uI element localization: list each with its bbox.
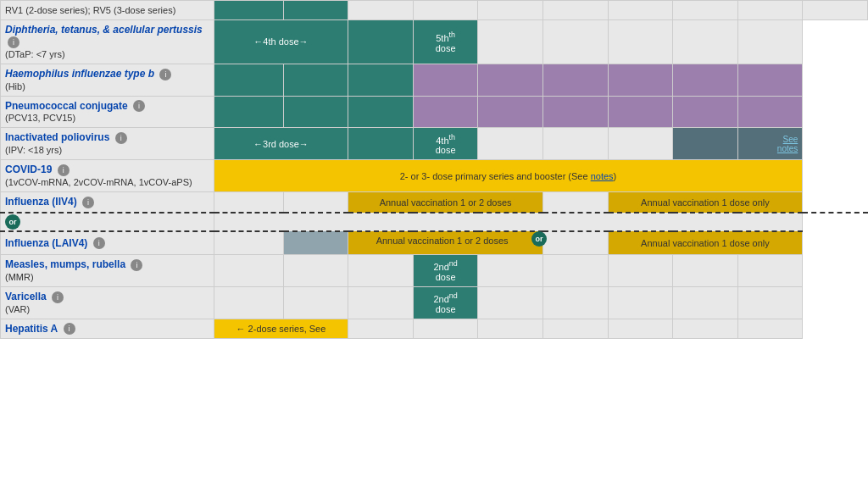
rv-col1 — [214, 1, 283, 20]
var-col5 — [478, 286, 543, 319]
or-spacer — [214, 213, 803, 231]
rv-col2 — [283, 1, 348, 20]
rv-col3 — [348, 1, 414, 20]
dtap-col8 — [673, 20, 738, 64]
hib-purple5 — [673, 64, 738, 96]
vaccine-name-rv: RV1 (2-dose series); RV5 (3-dose series) — [1, 1, 214, 20]
pcv-purple6 — [737, 96, 803, 128]
dtap-col6 — [543, 20, 609, 64]
ipv-see-notes: Seenotes — [737, 128, 803, 160]
vaccine-name-covid: COVID-19 i (1vCOV-mRNA, 2vCOV-mRNA, 1vCO… — [1, 160, 214, 192]
iiv4-annual1only: Annual vaccination 1 dose only — [608, 192, 803, 213]
hib-info-icon[interactable]: i — [159, 69, 171, 80]
iiv4-link[interactable]: Influenza (IIV4) — [5, 196, 77, 208]
laiv4-or-badge: or — [531, 231, 547, 247]
mmr-col3 — [348, 254, 414, 286]
table-row-varicella: Varicella i (VAR) 2ndnd dose — [1, 286, 868, 319]
covid-dose-cell: 2- or 3- dose primary series and booster… — [214, 160, 803, 192]
laiv4-annual1only: Annual vaccination 1 dose only — [608, 231, 803, 255]
ipv-col7 — [608, 128, 673, 160]
dtap-link[interactable]: Diphtheria, tetanus, & acellular pertuss… — [5, 24, 203, 36]
mmr-col7 — [608, 254, 673, 286]
var-col7 — [608, 286, 673, 319]
hepa-dose-cell: ← 2-dose series, See — [214, 319, 348, 339]
covid-sub: (1vCOV-mRNA, 2vCOV-mRNA, 1vCOV-aPS) — [5, 177, 192, 187]
vaccine-name-hib: Haemophilus influenzae type b i (Hib) — [1, 64, 214, 96]
mmr-col1 — [214, 254, 283, 286]
mmr-col6 — [543, 254, 609, 286]
mmr-col2 — [283, 254, 348, 286]
varicella-sub: (VAR) — [5, 304, 30, 314]
or-separator-row: or — [1, 213, 868, 231]
hepa-info-icon[interactable]: i — [64, 323, 75, 335]
covid-link[interactable]: COVID-19 — [5, 164, 52, 175]
rv-label: RV1 (2-dose series); RV5 (3-dose series) — [5, 5, 175, 15]
ipv-col6 — [543, 128, 609, 160]
hib-sub: (Hib) — [5, 81, 25, 92]
pcv-link[interactable]: Pneumococcal conjugate — [5, 100, 128, 112]
pcv-col2 — [283, 96, 348, 128]
iiv4-col6 — [543, 192, 609, 213]
table-row-dtap: Diphtheria, tetanus, & acellular pertuss… — [1, 20, 868, 64]
dtap-col7 — [608, 20, 673, 64]
rv-col10 — [803, 1, 868, 20]
covid-notes-link[interactable]: notes — [591, 171, 614, 181]
pcv-col1 — [214, 96, 283, 128]
dtap-col5 — [478, 20, 543, 64]
mmr-link[interactable]: Measles, mumps, rubella — [5, 258, 125, 270]
vaccination-schedule-table: RV1 (2-dose series); RV5 (3-dose series)… — [0, 0, 868, 339]
hib-purple6 — [737, 64, 803, 96]
dtap-sub: (DTaP: <7 yrs) — [5, 49, 65, 59]
var-col8 — [673, 286, 738, 319]
table-row-hepa: Hepatitis A i ← 2-dose series, See — [1, 319, 868, 339]
hepa-col8 — [673, 319, 738, 339]
iiv4-col2 — [283, 192, 348, 213]
var-col1 — [214, 286, 283, 319]
table-row-covid: COVID-19 i (1vCOV-mRNA, 2vCOV-mRNA, 1vCO… — [1, 160, 868, 192]
mmr-col8 — [673, 254, 738, 286]
vaccine-name-pcv: Pneumococcal conjugate i (PCV13, PCV15) — [1, 96, 214, 128]
varicella-info-icon[interactable]: i — [52, 291, 64, 303]
varicella-link[interactable]: Varicella — [5, 291, 47, 302]
var-col9 — [737, 286, 803, 319]
ipv-third-dose: ←3rd dose→ — [214, 128, 348, 160]
mmr-col5 — [478, 254, 543, 286]
dtap-info-icon[interactable]: i — [8, 36, 19, 48]
ipv-link[interactable]: Inactivated poliovirus — [5, 131, 109, 143]
var-col6 — [543, 286, 609, 319]
hepa-col6 — [543, 319, 609, 339]
iiv4-info-icon[interactable]: i — [82, 197, 94, 208]
mmr-sub: (MMR) — [5, 272, 34, 282]
iiv4-col1 — [214, 192, 283, 213]
mmr-info-icon[interactable]: i — [131, 259, 142, 271]
table-row-hib: Haemophilus influenzae type b i (Hib) — [1, 64, 868, 96]
table-row-pcv: Pneumococcal conjugate i (PCV13, PCV15) — [1, 96, 868, 128]
laiv4-info-icon[interactable]: i — [93, 237, 105, 249]
table-row-ipv: Inactivated poliovirus i (IPV: <18 yrs) … — [1, 128, 868, 160]
vaccine-name-ipv: Inactivated poliovirus i (IPV: <18 yrs) — [1, 128, 214, 160]
vaccine-name-laiv4: Influenza (LAIV4) i — [1, 231, 214, 255]
var-col2 — [283, 286, 348, 319]
covid-info-icon[interactable]: i — [58, 164, 70, 176]
pcv-purple2 — [478, 96, 543, 128]
ipv-info-icon[interactable]: i — [115, 132, 127, 144]
laiv4-link[interactable]: Influenza (LAIV4) — [5, 237, 87, 249]
var-col3 — [348, 286, 414, 319]
ipv-col3 — [348, 128, 414, 160]
rv-col9 — [737, 1, 803, 20]
ipv-fourth-dose: 4thth dose — [413, 128, 478, 160]
pcv-info-icon[interactable]: i — [133, 100, 145, 112]
hib-purple1 — [413, 64, 478, 96]
hepa-link[interactable]: Hepatitis A — [5, 323, 58, 335]
pcv-purple3 — [543, 96, 609, 128]
hepa-col9 — [737, 319, 803, 339]
table-row-influenza-iiv4: Influenza (IIV4) i Annual vaccination 1 … — [1, 192, 868, 213]
pcv-purple4 — [608, 96, 673, 128]
hepa-col3 — [348, 319, 414, 339]
laiv4-col2 — [283, 231, 348, 255]
hib-col2 — [283, 64, 348, 96]
rv-col8 — [673, 1, 738, 20]
vaccine-name-varicella: Varicella i (VAR) — [1, 286, 214, 319]
hib-link[interactable]: Haemophilus influenzae type b — [5, 68, 154, 80]
hib-col1 — [214, 64, 283, 96]
